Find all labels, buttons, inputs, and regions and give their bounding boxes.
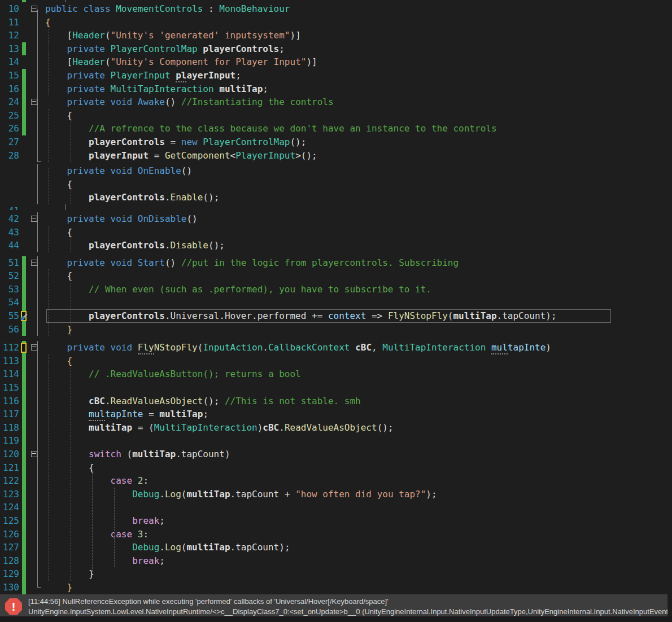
fold-toggle[interactable] xyxy=(31,344,37,351)
code-text[interactable]: private void OnEnable() xyxy=(42,164,672,178)
code-text[interactable]: private MultiTapInteraction multiTap; xyxy=(42,82,672,96)
code-line-56[interactable]: 56} xyxy=(0,323,672,336)
code-text[interactable]: playerControls.Disable(); xyxy=(42,239,672,252)
line-number[interactable]: 114 xyxy=(0,367,20,381)
line-number[interactable]: 124 xyxy=(0,501,20,514)
fold-toggle[interactable] xyxy=(31,260,37,266)
code-line-125[interactable]: 125break; xyxy=(0,514,672,528)
code-text[interactable]: playerInput = GetComponent<PlayerInput>(… xyxy=(42,149,672,163)
code-text[interactable]: playerControls.Universal.Hover.performed… xyxy=(42,309,672,323)
line-number[interactable]: 26 xyxy=(0,122,20,135)
line-number[interactable]: 120 xyxy=(0,448,20,461)
code-line-11[interactable]: 11{ xyxy=(0,16,672,29)
code-line-112[interactable]: 112private void FlyNStopFly(InputAction.… xyxy=(0,341,672,354)
line-number[interactable]: 115 xyxy=(0,381,20,395)
line-number[interactable]: 112 xyxy=(0,341,20,354)
code-line-128[interactable]: 128break; xyxy=(0,554,672,568)
code-text[interactable]: // .ReadValueAsButton(); returns a bool xyxy=(42,367,672,381)
code-line[interactable]: { xyxy=(0,178,672,191)
code-line[interactable]: private void OnEnable() xyxy=(0,164,672,178)
code-text[interactable]: public class MovementControls : MonoBeha… xyxy=(42,2,672,16)
code-text[interactable]: { xyxy=(42,461,672,475)
fold-toggle[interactable] xyxy=(31,99,37,105)
code-text[interactable]: [Header("Unity's 'generated' inputsystem… xyxy=(42,29,672,42)
code-line-51[interactable]: 51private void Start() //put in the logi… xyxy=(0,256,672,270)
console-status-bar[interactable]: ! [11:44:56] NullReferenceException whil… xyxy=(0,594,667,619)
line-number[interactable]: 55 xyxy=(0,309,20,323)
line-number[interactable]: 14 xyxy=(0,55,20,69)
code-text[interactable]: multapInte = multiTap; xyxy=(42,408,672,421)
code-text[interactable] xyxy=(42,501,672,514)
code-line-116[interactable]: 116cBC.ReadValueAsObject(); //This is no… xyxy=(0,395,672,408)
code-text[interactable]: } xyxy=(42,567,672,581)
code-line-117[interactable]: 117multapInte = multiTap; xyxy=(0,408,672,421)
code-line-42[interactable]: 42private void OnDisable() xyxy=(0,212,672,226)
line-number[interactable]: 119 xyxy=(0,434,20,448)
line-number[interactable]: 10 xyxy=(0,2,20,16)
code-text[interactable]: { xyxy=(42,269,672,283)
code-text[interactable]: playerControls = new PlayerControlMap(); xyxy=(42,135,672,149)
code-text[interactable]: // When even (such as .performed), you h… xyxy=(42,283,672,296)
code-line-120[interactable]: 120switch (multiTap.tapCount) xyxy=(0,448,672,461)
code-text[interactable]: switch (multiTap.tapCount) xyxy=(42,448,672,461)
code-line-13[interactable]: 13private PlayerControlMap playerControl… xyxy=(0,42,672,56)
code-line-28[interactable]: 28playerInput = GetComponent<PlayerInput… xyxy=(0,149,672,163)
code-text[interactable]: break; xyxy=(42,554,672,568)
code-text[interactable]: { xyxy=(42,354,672,368)
code-line-114[interactable]: 114// .ReadValueAsButton(); returns a bo… xyxy=(0,367,672,381)
line-number[interactable]: 128 xyxy=(0,554,20,568)
code-line-12[interactable]: 12[Header("Unity's 'generated' inputsyst… xyxy=(0,29,672,42)
line-number[interactable]: 126 xyxy=(0,528,20,541)
line-number[interactable]: 12 xyxy=(0,29,20,42)
line-number[interactable]: 122 xyxy=(0,474,20,488)
code-line-14[interactable]: 14[Header("Unity's Component for Player … xyxy=(0,55,672,69)
code-text[interactable]: //A refrence to the class because we don… xyxy=(42,122,672,135)
code-line-53[interactable]: 53// When even (such as .performed), you… xyxy=(0,283,672,296)
line-number[interactable]: 44 xyxy=(0,239,20,252)
line-number[interactable]: 51 xyxy=(0,256,20,270)
line-number[interactable]: 11 xyxy=(0,16,20,29)
code-text[interactable]: private void FlyNStopFly(InputAction.Cal… xyxy=(42,341,672,354)
code-line-121[interactable]: 121{ xyxy=(0,461,672,475)
code-text[interactable] xyxy=(42,204,672,210)
code-line-16[interactable]: 16private MultiTapInteraction multiTap; xyxy=(0,82,672,96)
code-text[interactable]: } xyxy=(42,581,672,594)
quick-actions-screwdriver-icon[interactable] xyxy=(20,312,28,320)
code-text[interactable] xyxy=(42,434,672,448)
line-number[interactable]: 24 xyxy=(0,95,20,109)
code-text[interactable]: { xyxy=(42,226,672,239)
code-line-24[interactable]: 24private void Awake() //Instantiating t… xyxy=(0,95,672,109)
code-text[interactable]: private PlayerControlMap playerControls; xyxy=(42,42,672,56)
code-text[interactable]: playerControls.Enable(); xyxy=(42,191,672,204)
line-number[interactable]: 25 xyxy=(0,109,20,122)
code-line-26[interactable]: 26//A refrence to the class because we d… xyxy=(0,122,672,135)
line-number[interactable]: 54 xyxy=(0,296,20,309)
code-text[interactable] xyxy=(42,296,672,309)
code-text[interactable]: { xyxy=(42,178,672,191)
code-text[interactable]: Debug.Log(multiTap.tapCount + "how often… xyxy=(42,488,672,501)
line-number[interactable]: 13 xyxy=(0,42,20,56)
code-text[interactable]: } xyxy=(42,323,672,336)
code-text[interactable]: private void Awake() //Instantiating the… xyxy=(42,95,672,109)
code-line-55[interactable]: 55playerControls.Universal.Hover.perform… xyxy=(0,309,672,323)
code-text[interactable]: [Header("Unity's Component for Player In… xyxy=(42,55,672,69)
code-line-127[interactable]: 127Debug.Log(multiTap.tapCount); xyxy=(0,541,672,554)
code-line-119[interactable]: 119 xyxy=(0,434,672,448)
code-line-27[interactable]: 27playerControls = new PlayerControlMap(… xyxy=(0,135,672,149)
line-number[interactable]: 117 xyxy=(0,408,20,421)
code-text[interactable]: private void OnDisable() xyxy=(42,212,672,226)
fold-toggle[interactable] xyxy=(31,451,37,457)
line-number[interactable]: 27 xyxy=(0,135,20,149)
code-line-115[interactable]: 115 xyxy=(0,381,672,395)
code-text[interactable]: { xyxy=(42,16,672,29)
code-text[interactable]: { xyxy=(42,109,672,122)
line-number[interactable]: 56 xyxy=(0,323,20,336)
line-number[interactable]: 42 xyxy=(0,212,20,226)
line-number[interactable]: 53 xyxy=(0,283,20,296)
code-line-118[interactable]: 118multiTap = (MultiTapInteraction)cBC.R… xyxy=(0,421,672,435)
code-line-122[interactable]: 122case 2: xyxy=(0,474,672,488)
line-number[interactable]: 43 xyxy=(0,226,20,239)
code-line-113[interactable]: 113{ xyxy=(0,354,672,368)
line-number[interactable]: 118 xyxy=(0,421,20,435)
code-line-25[interactable]: 25{ xyxy=(0,109,672,122)
